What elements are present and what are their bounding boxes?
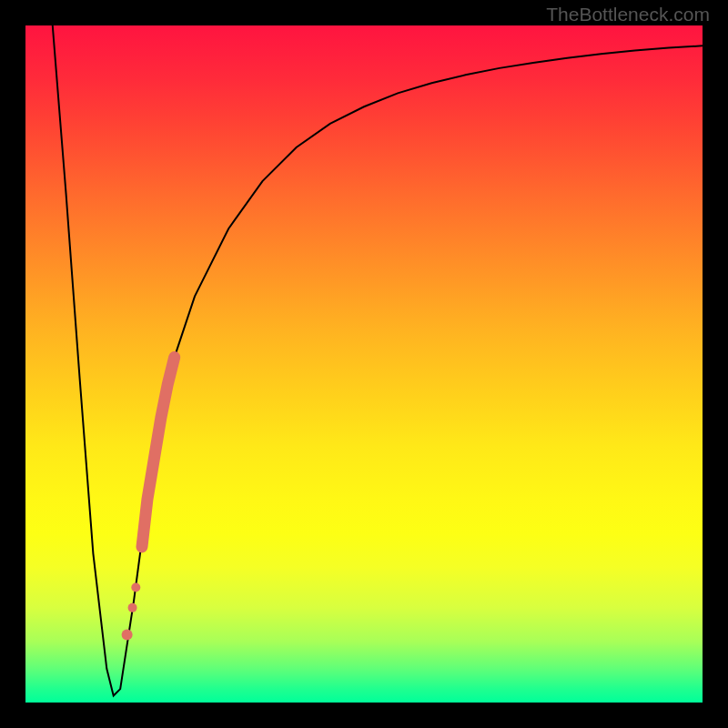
highlight-thick-segment <box>142 358 175 547</box>
highlight-dot <box>122 630 133 641</box>
highlight-dot <box>131 583 140 592</box>
watermark-text: TheBottleneck.com <box>546 4 710 25</box>
highlight-dot <box>128 603 137 612</box>
bottleneck-curve-path <box>53 25 703 696</box>
chart-plot-area <box>25 25 703 703</box>
curve-svg <box>25 25 703 703</box>
highlight-markers <box>122 358 175 641</box>
